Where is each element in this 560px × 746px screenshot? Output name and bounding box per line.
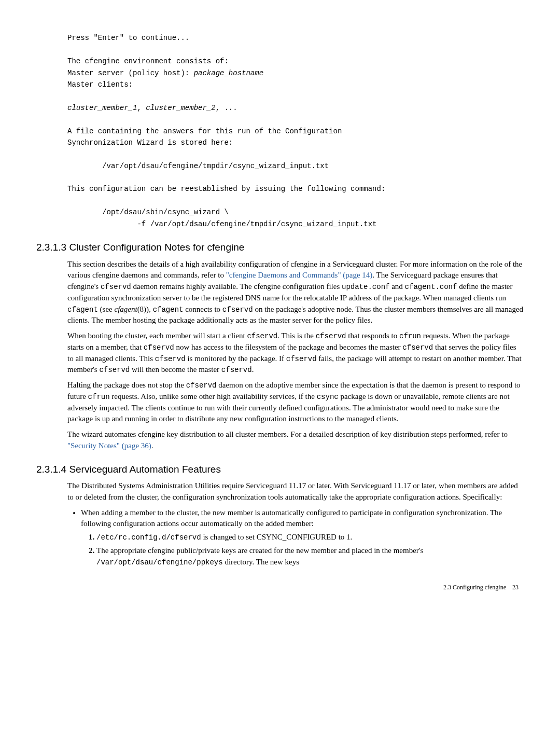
code-line: This configuration can be reestablished … bbox=[67, 185, 385, 193]
list-item: /etc/rc.config.d/cfservd is changed to s… bbox=[96, 532, 524, 543]
text: (see bbox=[98, 305, 115, 313]
code-inline: update.conf bbox=[342, 283, 389, 291]
text: that responds to bbox=[346, 331, 399, 340]
code-inline: cfservd bbox=[155, 355, 186, 363]
code-block: Press "Enter" to continue... The cfengin… bbox=[67, 21, 524, 230]
text: When booting the cluster, each member wi… bbox=[67, 331, 247, 340]
code-inline: cfservd bbox=[316, 332, 346, 340]
paragraph: Halting the package does not stop the cf… bbox=[67, 380, 524, 425]
section-heading-2313: 2.3.1.3 Cluster Configuration Notes for … bbox=[36, 240, 524, 255]
text: When adding a member to the cluster, the… bbox=[81, 508, 502, 528]
bullet-list: When adding a member to the cluster, the… bbox=[67, 507, 524, 568]
text: and bbox=[389, 282, 404, 291]
link-cfengine-daemons[interactable]: "cfengine Daemons and Commands" (page 14… bbox=[226, 271, 373, 279]
code-inline: /var/opt/dsau/cfengine/ppkeys bbox=[96, 558, 223, 567]
code-inline: cfservd bbox=[222, 306, 253, 314]
text: is monitored by the package. If bbox=[186, 354, 286, 363]
code-line: Press "Enter" to continue... bbox=[67, 34, 189, 42]
code-inline: cfagent bbox=[67, 306, 98, 314]
text: (8)), bbox=[137, 305, 153, 313]
code-line: The cfengine environment consists of: bbox=[67, 57, 229, 65]
code-line: -f /var/opt/dsau/cfengine/tmpdir/csync_w… bbox=[67, 220, 377, 228]
list-item: When adding a member to the cluster, the… bbox=[81, 507, 524, 568]
code-inline: cfagent bbox=[153, 306, 184, 314]
code-var: package_hostname bbox=[194, 69, 263, 77]
code-inline: cfservd bbox=[186, 381, 217, 390]
text: . This is the bbox=[277, 331, 315, 340]
paragraph: The Distributed Systems Administration U… bbox=[67, 480, 524, 503]
text: . bbox=[151, 441, 153, 450]
code-inline: cfservd bbox=[221, 366, 252, 374]
code-text: , bbox=[137, 104, 146, 112]
code-inline: cfservd bbox=[99, 366, 130, 374]
page-footer: 2.3 Configuring cfengine 23 bbox=[36, 583, 524, 592]
code-line: A file containing the answers for this r… bbox=[67, 127, 342, 135]
text: directory. The new keys bbox=[223, 558, 299, 566]
code-var: cluster_member_1 bbox=[67, 104, 137, 112]
code-line: Synchronization Wizard is stored here: bbox=[67, 139, 233, 147]
text: The wizard automates cfengine key distri… bbox=[67, 430, 508, 438]
code-line: /var/opt/dsau/cfengine/tmpdir/csync_wiza… bbox=[67, 162, 329, 170]
link-security-notes[interactable]: "Security Notes" (page 36) bbox=[67, 441, 151, 450]
list-item: The appropriate cfengine public/private … bbox=[96, 545, 524, 568]
numbered-list: /etc/rc.config.d/cfservd is changed to s… bbox=[81, 532, 524, 568]
code-var: cluster_member_2 bbox=[146, 104, 215, 112]
footer-page-number: 23 bbox=[512, 584, 519, 591]
code-inline: cfrun bbox=[399, 332, 421, 340]
section-heading-2314: 2.3.1.4 Serviceguard Automation Features bbox=[36, 462, 524, 477]
code-line: /opt/dsau/sbin/csync_wizard \ bbox=[67, 208, 229, 216]
code-inline: cfrun bbox=[88, 393, 110, 401]
code-inline: cfservd bbox=[286, 355, 317, 363]
code-inline: csync bbox=[317, 393, 339, 401]
text: will then become the master bbox=[130, 365, 221, 374]
code-inline: cfservd bbox=[402, 343, 433, 352]
code-inline: cfservd bbox=[101, 283, 131, 291]
code-inline: cfservd bbox=[247, 332, 277, 340]
text: daemon remains highly available. The cfe… bbox=[131, 282, 342, 291]
paragraph: The wizard automates cfengine key distri… bbox=[67, 429, 524, 452]
code-inline: cfservd bbox=[144, 343, 174, 352]
text: . bbox=[252, 365, 254, 374]
paragraph: This section describes the details of a … bbox=[67, 259, 524, 327]
code-line: Master server (policy host): bbox=[67, 69, 194, 77]
manpage-ref: cfagent bbox=[114, 305, 137, 313]
footer-section: 2.3 Configuring cfengine bbox=[443, 584, 506, 591]
text: The appropriate cfengine public/private … bbox=[96, 546, 423, 555]
text: requests. Also, unlike some other high a… bbox=[110, 392, 317, 400]
text: Halting the package does not stop the bbox=[67, 381, 186, 389]
text: connects to bbox=[183, 305, 222, 313]
text: now has access to the filesystem of the … bbox=[174, 343, 403, 351]
paragraph: When booting the cluster, each member wi… bbox=[67, 330, 524, 376]
code-line: Master clients: bbox=[67, 80, 133, 89]
code-inline: cfagent.conf bbox=[405, 283, 457, 291]
code-text: , ... bbox=[216, 104, 237, 112]
text: is changed to set CSYNC_CONFIGURED to 1. bbox=[201, 533, 353, 541]
code-inline: /etc/rc.config.d/cfservd bbox=[96, 533, 201, 542]
